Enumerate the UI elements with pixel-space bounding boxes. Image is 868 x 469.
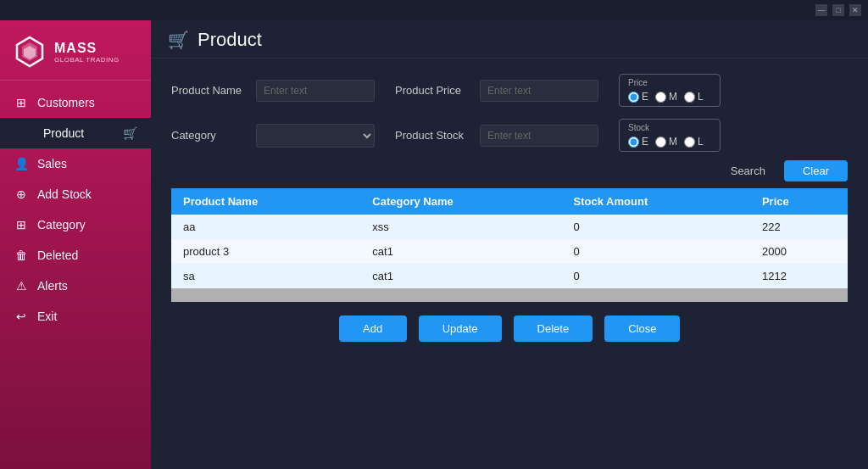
clear-button[interactable]: Clear [784,160,848,181]
product-active-icon: 🛒 [122,126,137,140]
table-empty-area [171,288,848,302]
sidebar-label-category: Category [37,218,137,232]
table-body: aa xss 0 222 product 3 cat1 0 2000 sa ca… [171,215,848,288]
stock-radio-e[interactable]: E [628,136,648,148]
page-header-icon: 🛒 [168,30,189,50]
product-stock-input[interactable] [480,125,598,147]
table-row[interactable]: aa xss 0 222 [171,215,848,239]
form-group-category: Category [171,124,375,148]
sidebar-label-exit: Exit [37,310,137,323]
form-row-2: Category Product Stock Stock E [171,119,848,152]
sidebar-label-alerts: Alerts [37,279,137,293]
sidebar-nav: ⊞ Customers Product 🛒 👤 Sales ⊕ Add Stoc… [0,81,151,469]
logo-text-block: MASS GLOBAL TRADING [54,41,120,64]
cell-product-name: product 3 [171,239,360,264]
stock-radio-box: Stock E M L [619,119,721,152]
price-radio-l-input[interactable] [684,92,695,103]
logo-text-main: MASS [54,41,120,56]
exit-icon: ↩ [14,310,29,323]
alerts-icon: ⚠ [14,279,29,293]
sidebar-item-exit[interactable]: ↩ Exit [0,301,151,332]
cell-price: 1212 [750,264,848,288]
cell-category-name: cat1 [360,239,561,264]
cell-stock-amount: 0 [562,239,750,264]
product-price-label: Product Price [395,84,471,97]
delete-button[interactable]: Delete [514,315,593,342]
col-product-name: Product Name [171,188,360,215]
stock-radio-title: Stock [628,123,711,132]
cell-price: 2000 [750,239,848,264]
form-group-product-name: Product Name [171,80,375,102]
sidebar-label-sales: Sales [37,157,137,170]
stock-radio-l-input[interactable] [684,137,695,148]
stock-radio-m[interactable]: M [655,136,677,148]
product-price-input[interactable] [480,80,598,102]
sidebar-item-alerts[interactable]: ⚠ Alerts [0,271,151,301]
cell-price: 222 [750,215,848,239]
cell-product-name: aa [171,215,360,239]
stock-radio-e-input[interactable] [628,137,639,148]
logo-text-sub: GLOBAL TRADING [54,56,120,64]
price-radio-m-input[interactable] [655,92,666,103]
search-button[interactable]: Search [721,160,776,181]
close-button-action[interactable]: Close [604,315,680,342]
table-row[interactable]: product 3 cat1 0 2000 [171,239,848,264]
category-label: Category [171,129,248,142]
cell-category-name: cat1 [360,264,561,288]
minimize-button[interactable]: — [815,4,827,16]
title-bar: — □ ✕ [0,0,868,20]
data-table: Product Name Category Name Stock Amount … [171,188,848,288]
sales-icon: 👤 [14,157,29,170]
cell-product-name: sa [171,264,360,288]
form-row-1: Product Name Product Price Price E M [171,74,848,107]
category-icon: ⊞ [14,218,29,232]
price-radio-e[interactable]: E [628,91,648,103]
col-price: Price [750,188,848,215]
page-title: Product [198,29,262,51]
main-content: 🛒 Product Product Name Product Price Pri… [151,20,868,469]
sidebar: MASS GLOBAL TRADING ⊞ Customers Product … [0,20,151,469]
sidebar-item-sales[interactable]: 👤 Sales [0,148,151,179]
customers-icon: ⊞ [14,96,29,109]
stock-radio-m-input[interactable] [655,137,666,148]
sidebar-item-customers[interactable]: ⊞ Customers [0,87,151,118]
category-select[interactable] [256,124,375,148]
add-button[interactable]: Add [339,315,407,342]
sidebar-item-deleted[interactable]: 🗑 Deleted [0,240,151,271]
table-row[interactable]: sa cat1 0 1212 [171,264,848,288]
update-button[interactable]: Update [419,315,502,342]
maximize-button[interactable]: □ [832,4,844,16]
price-radio-group: E M L [628,91,711,103]
search-row: Search Clear [151,160,868,188]
product-name-input[interactable] [256,80,375,102]
price-radio-e-input[interactable] [628,92,639,103]
add-stock-icon: ⊕ [14,187,29,201]
sidebar-label-product: Product [14,126,114,140]
form-area: Product Name Product Price Price E M [151,59,868,160]
price-radio-m[interactable]: M [655,91,677,103]
sidebar-logo: MASS GLOBAL TRADING [0,20,151,81]
deleted-icon: 🗑 [14,248,29,262]
form-group-product-price: Product Price [395,80,598,102]
stock-radio-group: E M L [628,136,711,148]
cell-stock-amount: 0 [562,215,750,239]
app-body: MASS GLOBAL TRADING ⊞ Customers Product … [0,20,868,469]
sidebar-item-add-stock[interactable]: ⊕ Add Stock [0,179,151,209]
stock-radio-l[interactable]: L [684,136,704,148]
cell-category-name: xss [360,215,561,239]
col-stock-amount: Stock Amount [562,188,750,215]
sidebar-item-category[interactable]: ⊞ Category [0,209,151,240]
product-name-label: Product Name [171,84,248,97]
sidebar-label-add-stock: Add Stock [37,187,137,201]
page-header: 🛒 Product [151,20,868,59]
sidebar-item-product[interactable]: Product 🛒 [0,118,151,148]
table-area: Product Name Category Name Stock Amount … [171,188,848,302]
close-button[interactable]: ✕ [849,4,861,16]
price-radio-l[interactable]: L [684,91,704,103]
logo-icon [12,34,47,70]
product-stock-label: Product Stock [395,129,471,142]
table-header-row: Product Name Category Name Stock Amount … [171,188,848,215]
table-header: Product Name Category Name Stock Amount … [171,188,848,215]
price-radio-title: Price [628,78,711,87]
sidebar-label-customers: Customers [37,96,137,109]
